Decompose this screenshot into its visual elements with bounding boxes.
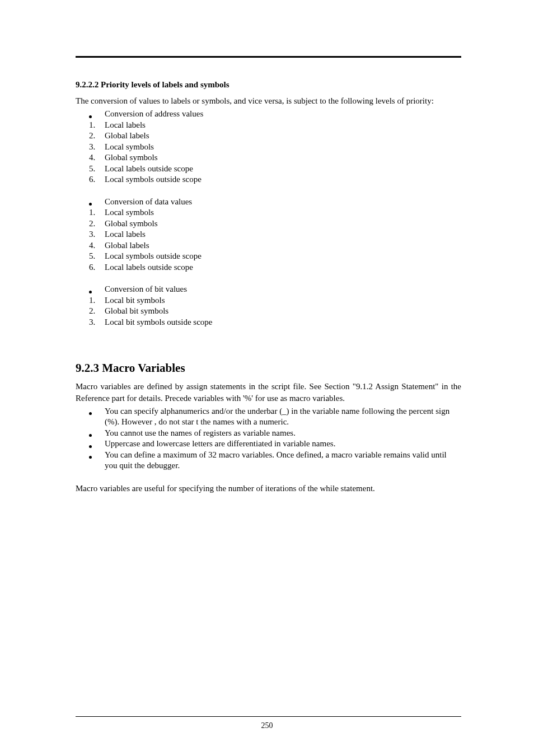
list-item-label: Global symbols [105,152,461,164]
bullet-icon [76,284,105,295]
list-item-label: Local labels outside scope [105,164,461,175]
list-item: 4.Global symbols [76,152,461,164]
list-item: Conversion of bit values [76,284,461,295]
intro-paragraph: The conversion of values to labels or sy… [76,95,461,106]
group-data-values: Conversion of data values 1.Local symbol… [76,197,461,273]
page: 9.2.2.2 Priority levels of labels and sy… [0,0,534,756]
list-item-label: Local labels [105,229,461,240]
list-item-label: You can define a maximum of 32 macro var… [105,450,461,472]
list-item-label: Global labels [105,130,461,142]
section-heading-9-2-2-2: 9.2.2.2 Priority levels of labels and sy… [76,80,461,90]
group-address-values: Conversion of address values 1.Local lab… [76,109,461,185]
bottom-rule [76,716,461,717]
list-item: 1.Local bit symbols [76,295,461,306]
list-item-label: Local bit symbols [105,295,461,306]
list-item-label: Local bit symbols outside scope [105,317,461,328]
list-item: 6.Local labels outside scope [76,262,461,273]
list-item-label: Local symbols outside scope [105,174,461,185]
list-item-label: Global symbols [105,218,461,230]
list-item-label: You cannot use the names of registers as… [105,428,461,439]
bullet-icon [76,450,105,472]
list-item: 3.Local symbols [76,142,461,153]
bullet-icon [76,109,105,120]
list-item: 4.Global labels [76,240,461,251]
list-item: You can define a maximum of 32 macro var… [76,450,461,472]
bullet-icon [76,438,105,450]
bullet-icon [76,406,105,428]
list-item-label: Conversion of data values [105,197,461,208]
bullet-icon [76,428,105,439]
page-number: 250 [0,721,534,730]
list-item: 2.Global labels [76,130,461,142]
list-item: 6.Local symbols outside scope [76,174,461,185]
list-item: 5.Local symbols outside scope [76,251,461,262]
list-item: You cannot use the names of registers as… [76,428,461,439]
list-item-label: Global bit symbols [105,306,461,317]
list-item: 3.Local labels [76,229,461,240]
macro-bullets: You can specify alphanumerics and/or the… [76,406,461,472]
list-item-label: Local symbols outside scope [105,251,461,262]
list-item-label: Conversion of bit values [105,284,461,295]
group-bit-values: Conversion of bit values 1.Local bit sym… [76,284,461,328]
list-item-label: Local labels outside scope [105,262,461,273]
list-item: You can specify alphanumerics and/or the… [76,406,461,428]
list-item-label: Local labels [105,120,461,131]
list-item: Conversion of data values [76,197,461,208]
list-item: Conversion of address values [76,109,461,120]
section-heading-9-2-3: 9.2.3 Macro Variables [76,361,461,375]
list-item-label: Uppercase and lowercase letters are diff… [105,438,461,450]
macro-intro-paragraph: Macro variables are defined by assign st… [76,381,461,404]
list-item-label: Local symbols [105,142,461,153]
macro-closing-paragraph: Macro variables are useful for specifyin… [76,483,461,494]
list-item-label: You can specify alphanumerics and/or the… [105,406,461,428]
list-item-label: Global labels [105,240,461,251]
list-item: 2.Global bit symbols [76,306,461,317]
list-item: 3.Local bit symbols outside scope [76,317,461,328]
list-item: Uppercase and lowercase letters are diff… [76,438,461,450]
list-item-label: Local symbols [105,207,461,218]
list-item: 5.Local labels outside scope [76,164,461,175]
top-rule [76,56,461,58]
bullet-icon [76,197,105,208]
list-item: 1.Local labels [76,120,461,131]
list-item-label: Conversion of address values [105,109,461,120]
list-item: 1.Local symbols [76,207,461,218]
list-item: 2.Global symbols [76,218,461,230]
